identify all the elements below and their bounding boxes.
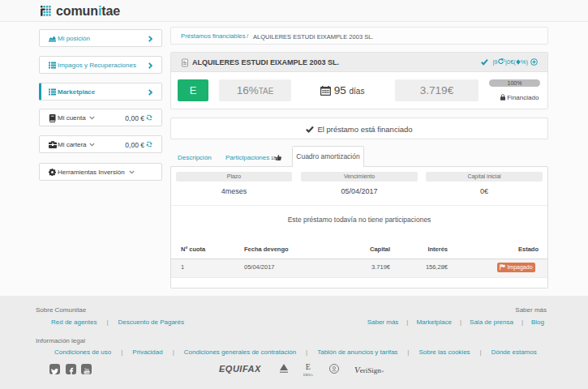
svg-text:Tube: Tube xyxy=(84,371,89,374)
